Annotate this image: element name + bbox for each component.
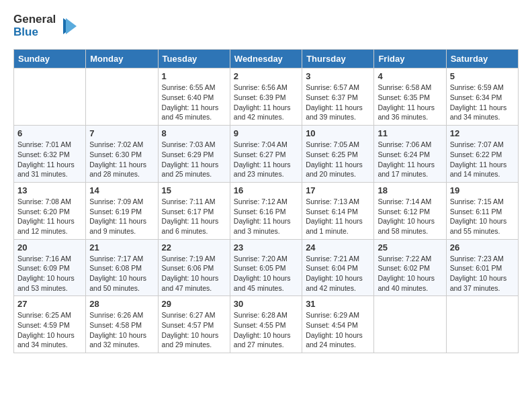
day-number: 7 xyxy=(89,128,154,138)
calendar-cell: 30Sunrise: 6:28 AM Sunset: 4:55 PM Dayli… xyxy=(230,296,302,353)
weekday-header: Thursday xyxy=(302,50,374,68)
calendar-cell: 13Sunrise: 7:08 AM Sunset: 6:20 PM Dayli… xyxy=(14,182,86,239)
logo: General Blue xyxy=(13,13,79,38)
day-info: Sunrise: 6:25 AM Sunset: 4:59 PM Dayligh… xyxy=(17,310,82,350)
calendar-cell xyxy=(14,68,86,126)
day-info: Sunrise: 7:07 AM Sunset: 6:22 PM Dayligh… xyxy=(450,140,515,179)
calendar-cell: 22Sunrise: 7:19 AM Sunset: 6:06 PM Dayli… xyxy=(158,239,230,296)
day-number: 10 xyxy=(306,128,370,138)
calendar-cell xyxy=(446,296,518,353)
calendar-cell xyxy=(86,68,158,126)
calendar-cell: 21Sunrise: 7:17 AM Sunset: 6:08 PM Dayli… xyxy=(86,239,158,296)
calendar-cell: 3Sunrise: 6:57 AM Sunset: 6:37 PM Daylig… xyxy=(302,68,374,126)
day-info: Sunrise: 7:14 AM Sunset: 6:12 PM Dayligh… xyxy=(378,197,442,236)
calendar-header-row: SundayMondayTuesdayWednesdayThursdayFrid… xyxy=(14,50,519,68)
day-info: Sunrise: 6:58 AM Sunset: 6:35 PM Dayligh… xyxy=(378,83,442,122)
calendar-cell: 10Sunrise: 7:05 AM Sunset: 6:25 PM Dayli… xyxy=(302,126,374,183)
calendar-cell: 12Sunrise: 7:07 AM Sunset: 6:22 PM Dayli… xyxy=(446,126,518,183)
day-number: 15 xyxy=(162,185,226,195)
weekday-header: Sunday xyxy=(14,50,86,68)
calendar-cell: 6Sunrise: 7:01 AM Sunset: 6:32 PM Daylig… xyxy=(14,126,86,183)
day-info: Sunrise: 6:27 AM Sunset: 4:57 PM Dayligh… xyxy=(162,310,226,350)
calendar-cell: 15Sunrise: 7:11 AM Sunset: 6:17 PM Dayli… xyxy=(158,182,230,239)
weekday-header: Wednesday xyxy=(230,50,302,68)
day-number: 16 xyxy=(234,185,298,195)
day-info: Sunrise: 7:06 AM Sunset: 6:24 PM Dayligh… xyxy=(378,140,442,179)
logo-blue: Blue xyxy=(13,26,56,39)
day-info: Sunrise: 7:21 AM Sunset: 6:04 PM Dayligh… xyxy=(306,254,370,293)
calendar-week-row: 13Sunrise: 7:08 AM Sunset: 6:20 PM Dayli… xyxy=(14,182,519,239)
day-number: 19 xyxy=(450,185,515,195)
calendar-cell: 27Sunrise: 6:25 AM Sunset: 4:59 PM Dayli… xyxy=(14,296,86,353)
day-number: 3 xyxy=(306,71,370,81)
day-number: 28 xyxy=(89,299,154,309)
calendar-cell: 7Sunrise: 7:02 AM Sunset: 6:30 PM Daylig… xyxy=(86,126,158,183)
calendar-cell: 18Sunrise: 7:14 AM Sunset: 6:12 PM Dayli… xyxy=(374,182,446,239)
day-info: Sunrise: 7:05 AM Sunset: 6:25 PM Dayligh… xyxy=(306,140,370,179)
day-info: Sunrise: 7:12 AM Sunset: 6:16 PM Dayligh… xyxy=(234,197,298,236)
calendar-cell: 31Sunrise: 6:29 AM Sunset: 4:54 PM Dayli… xyxy=(302,296,374,353)
day-number: 12 xyxy=(450,128,515,138)
calendar-cell: 28Sunrise: 6:26 AM Sunset: 4:58 PM Dayli… xyxy=(86,296,158,353)
day-number: 11 xyxy=(378,128,442,138)
day-number: 5 xyxy=(450,71,515,81)
day-number: 30 xyxy=(234,299,298,309)
day-number: 2 xyxy=(234,71,298,81)
day-number: 13 xyxy=(17,185,82,195)
calendar-cell: 20Sunrise: 7:16 AM Sunset: 6:09 PM Dayli… xyxy=(14,239,86,296)
day-info: Sunrise: 7:16 AM Sunset: 6:09 PM Dayligh… xyxy=(17,254,82,293)
day-number: 9 xyxy=(234,128,298,138)
day-info: Sunrise: 6:57 AM Sunset: 6:37 PM Dayligh… xyxy=(306,83,370,122)
day-info: Sunrise: 7:03 AM Sunset: 6:29 PM Dayligh… xyxy=(162,140,226,179)
day-info: Sunrise: 7:19 AM Sunset: 6:06 PM Dayligh… xyxy=(162,254,226,293)
weekday-header: Saturday xyxy=(446,50,518,68)
day-info: Sunrise: 7:17 AM Sunset: 6:08 PM Dayligh… xyxy=(89,254,154,293)
day-number: 21 xyxy=(89,242,154,253)
calendar-week-row: 1Sunrise: 6:55 AM Sunset: 6:40 PM Daylig… xyxy=(14,68,519,126)
calendar-cell: 23Sunrise: 7:20 AM Sunset: 6:05 PM Dayli… xyxy=(230,239,302,296)
day-number: 4 xyxy=(378,71,442,81)
calendar-week-row: 6Sunrise: 7:01 AM Sunset: 6:32 PM Daylig… xyxy=(14,126,519,183)
day-info: Sunrise: 6:59 AM Sunset: 6:34 PM Dayligh… xyxy=(450,83,515,122)
day-number: 20 xyxy=(17,242,82,253)
day-info: Sunrise: 6:29 AM Sunset: 4:54 PM Dayligh… xyxy=(306,310,370,350)
day-info: Sunrise: 7:01 AM Sunset: 6:32 PM Dayligh… xyxy=(17,140,82,179)
calendar-cell: 11Sunrise: 7:06 AM Sunset: 6:24 PM Dayli… xyxy=(374,126,446,183)
weekday-header: Tuesday xyxy=(158,50,230,68)
day-number: 29 xyxy=(162,299,226,309)
calendar-cell: 8Sunrise: 7:03 AM Sunset: 6:29 PM Daylig… xyxy=(158,126,230,183)
day-info: Sunrise: 7:13 AM Sunset: 6:14 PM Dayligh… xyxy=(306,197,370,236)
day-number: 26 xyxy=(450,242,515,253)
weekday-header: Monday xyxy=(86,50,158,68)
calendar-cell: 2Sunrise: 6:56 AM Sunset: 6:39 PM Daylig… xyxy=(230,68,302,126)
day-number: 6 xyxy=(17,128,82,138)
page-header: General Blue xyxy=(13,13,519,38)
day-number: 22 xyxy=(162,242,226,253)
calendar-cell: 9Sunrise: 7:04 AM Sunset: 6:27 PM Daylig… xyxy=(230,126,302,183)
calendar-cell: 19Sunrise: 7:15 AM Sunset: 6:11 PM Dayli… xyxy=(446,182,518,239)
logo-icon xyxy=(58,15,79,37)
day-number: 24 xyxy=(306,242,370,253)
day-number: 31 xyxy=(306,299,370,309)
day-info: Sunrise: 6:55 AM Sunset: 6:40 PM Dayligh… xyxy=(162,83,226,122)
calendar-cell: 26Sunrise: 7:23 AM Sunset: 6:01 PM Dayli… xyxy=(446,239,518,296)
day-info: Sunrise: 7:22 AM Sunset: 6:02 PM Dayligh… xyxy=(378,254,442,293)
calendar-week-row: 27Sunrise: 6:25 AM Sunset: 4:59 PM Dayli… xyxy=(14,296,519,353)
calendar-table: SundayMondayTuesdayWednesdayThursdayFrid… xyxy=(13,49,519,353)
day-info: Sunrise: 6:26 AM Sunset: 4:58 PM Dayligh… xyxy=(89,310,154,350)
day-info: Sunrise: 7:04 AM Sunset: 6:27 PM Dayligh… xyxy=(234,140,298,179)
calendar-cell: 1Sunrise: 6:55 AM Sunset: 6:40 PM Daylig… xyxy=(158,68,230,126)
day-number: 27 xyxy=(17,299,82,309)
day-info: Sunrise: 6:28 AM Sunset: 4:55 PM Dayligh… xyxy=(234,310,298,350)
day-number: 17 xyxy=(306,185,370,195)
calendar-cell: 24Sunrise: 7:21 AM Sunset: 6:04 PM Dayli… xyxy=(302,239,374,296)
day-info: Sunrise: 7:09 AM Sunset: 6:19 PM Dayligh… xyxy=(89,197,154,236)
calendar-cell: 29Sunrise: 6:27 AM Sunset: 4:57 PM Dayli… xyxy=(158,296,230,353)
day-info: Sunrise: 7:15 AM Sunset: 6:11 PM Dayligh… xyxy=(450,197,515,236)
day-info: Sunrise: 6:56 AM Sunset: 6:39 PM Dayligh… xyxy=(234,83,298,122)
day-number: 18 xyxy=(378,185,442,195)
calendar-cell: 25Sunrise: 7:22 AM Sunset: 6:02 PM Dayli… xyxy=(374,239,446,296)
day-info: Sunrise: 7:23 AM Sunset: 6:01 PM Dayligh… xyxy=(450,254,515,293)
day-info: Sunrise: 7:08 AM Sunset: 6:20 PM Dayligh… xyxy=(17,197,82,236)
day-info: Sunrise: 7:02 AM Sunset: 6:30 PM Dayligh… xyxy=(89,140,154,179)
